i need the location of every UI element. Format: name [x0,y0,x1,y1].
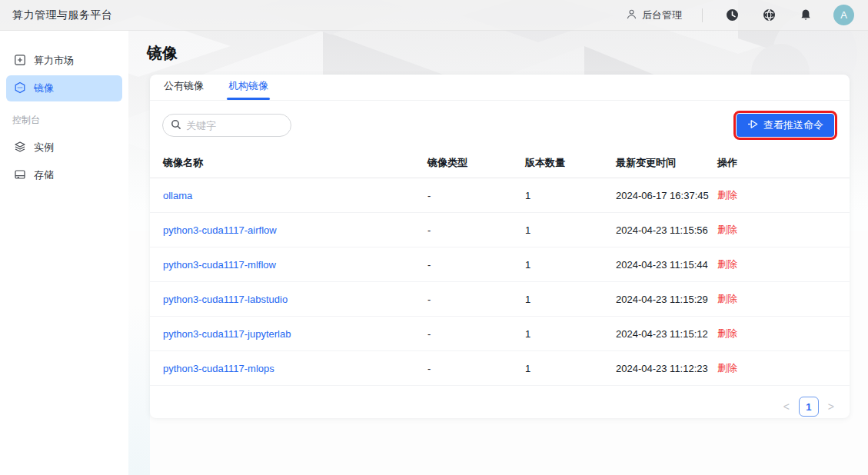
clock-icon[interactable] [723,6,741,25]
table-header-row: 镜像名称 镜像类型 版本数量 最新变更时间 操作 [150,148,850,178]
layers-icon [14,141,26,155]
page-number-1[interactable]: 1 [799,397,819,417]
user-avatar[interactable]: A [833,5,854,25]
version-count-cell: 1 [525,351,616,386]
col-actions: 操作 [717,148,850,178]
image-name-link[interactable]: python3-cuda1117-airflow [163,224,277,236]
updated-time-cell: 2024-06-17 16:37:45 [616,178,717,213]
sidebar-item-label: 算力市场 [34,54,74,68]
delete-link[interactable]: 删除 [717,327,737,339]
admin-label: 后台管理 [642,8,682,22]
image-name-link[interactable]: python3-cuda1117-jupyterlab [163,328,291,340]
image-type-cell: - [427,317,525,351]
updated-time-cell: 2024-04-23 11:12:23 [616,351,717,386]
push-command-icon [747,119,759,131]
storage-icon [14,168,26,183]
image-type-cell: - [427,178,525,213]
push-command-label: 查看推送命令 [763,118,823,132]
updated-time-cell: 2024-04-23 11:15:56 [616,213,717,247]
image-name-link[interactable]: python3-cuda1117-mlflow [163,259,276,271]
delete-link[interactable]: 删除 [717,224,737,235]
search-box[interactable] [162,114,291,137]
sidebar-item-images[interactable]: 镜像 [6,75,122,101]
tab-org-images[interactable]: 机构镜像 [227,73,270,100]
topbar-right-group: 后台管理 A [626,5,854,25]
updated-time-cell: 2024-04-23 11:15:29 [616,282,717,317]
sidebar-item-instances[interactable]: 实例 [6,135,122,161]
updated-time-cell: 2024-04-23 11:15:12 [616,317,717,351]
delete-link[interactable]: 删除 [717,189,737,201]
admin-menu[interactable]: 后台管理 [626,8,682,22]
updated-time-cell: 2024-04-23 11:15:44 [616,247,717,282]
images-table: 镜像名称 镜像类型 版本数量 最新变更时间 操作 ollama - 1 2024… [150,148,850,386]
sidebar-item-market[interactable]: 算力市场 [6,48,122,74]
image-name-link[interactable]: python3-cuda1117-mlops [163,363,274,374]
annotation-highlight: 查看推送命令 [733,111,837,140]
table-row: python3-cuda1117-labstudio - 1 2024-04-2… [150,282,850,317]
image-type-cell: - [427,351,525,386]
hexagon-image-icon [14,81,26,96]
table-row: ollama - 1 2024-06-17 16:37:45 删除 [150,178,850,213]
col-version-count: 版本数量 [525,148,616,178]
pagination: < 1 > [150,386,850,417]
col-image-name: 镜像名称 [150,148,427,178]
prev-page-arrow[interactable]: < [782,400,791,413]
version-count-cell: 1 [525,282,616,317]
grid-plus-icon [14,54,26,68]
version-count-cell: 1 [525,178,616,213]
globe-language-icon[interactable] [760,6,778,25]
col-image-type: 镜像类型 [427,148,525,178]
image-type-cell: - [427,282,525,317]
bell-icon[interactable] [796,6,815,25]
table-row: python3-cuda1117-airflow - 1 2024-04-23 … [150,213,850,247]
search-input[interactable] [186,120,278,131]
search-icon [171,119,181,132]
delete-link[interactable]: 删除 [717,258,737,270]
next-page-arrow[interactable]: > [826,400,836,413]
sidebar-item-label: 实例 [34,141,54,154]
top-bar: 算力管理与服务平台 后台管理 [0,0,868,31]
topbar-divider [702,8,703,22]
app-window: 算力管理与服务平台 后台管理 [0,0,868,475]
version-count-cell: 1 [525,213,616,247]
version-count-cell: 1 [525,247,616,282]
image-type-cell: - [427,213,525,247]
page-title: 镜像 [128,31,868,64]
tab-bar: 公有镜像 机构镜像 [150,75,850,101]
view-push-command-button[interactable]: 查看推送命令 [737,114,834,137]
sidebar-item-label: 存储 [34,168,54,182]
image-name-link[interactable]: ollama [163,190,192,201]
delete-link[interactable]: 删除 [717,362,737,374]
image-type-cell: - [427,247,525,282]
version-count-cell: 1 [525,317,616,351]
toolbar: 查看推送命令 [150,101,850,148]
sidebar-section-console: 控制台 [0,103,128,133]
col-updated-time: 最新变更时间 [616,148,717,178]
main-content: 镜像 公有镜像 机构镜像 [128,31,868,475]
image-name-link[interactable]: python3-cuda1117-labstudio [163,294,288,305]
table-row: python3-cuda1117-mlflow - 1 2024-04-23 1… [150,247,850,282]
table-row: python3-cuda1117-mlops - 1 2024-04-23 11… [150,351,850,386]
app-title: 算力管理与服务平台 [12,8,113,22]
sidebar-item-label: 镜像 [34,81,54,95]
images-card: 公有镜像 机构镜像 [150,75,850,418]
sidebar-item-storage[interactable]: 存储 [6,162,122,188]
delete-link[interactable]: 删除 [717,293,737,304]
sidebar: 算力市场 镜像 控制台 实例 [0,31,128,475]
person-icon [626,8,637,22]
tab-public-images[interactable]: 公有镜像 [162,73,205,100]
table-row: python3-cuda1117-jupyterlab - 1 2024-04-… [150,317,850,351]
